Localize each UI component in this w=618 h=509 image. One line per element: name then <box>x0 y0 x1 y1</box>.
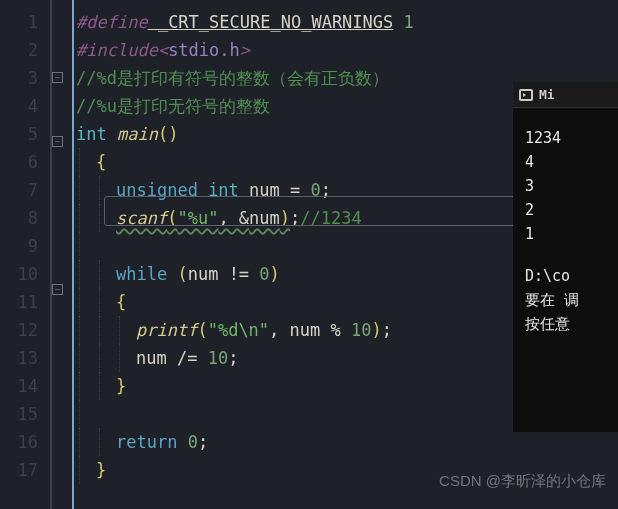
comment: //1234 <box>300 208 361 228</box>
punct: > <box>240 40 250 60</box>
console-line: 2 <box>525 198 606 222</box>
punct: ; <box>382 320 392 340</box>
line-number: 1 <box>0 8 50 36</box>
number-literal: 1 <box>393 12 413 32</box>
identifier: num <box>188 264 219 284</box>
console-output[interactable]: 1234 4 3 2 1 D:\co 要在 调 按任意 <box>513 108 618 432</box>
console-line: 要在 调 <box>525 288 606 312</box>
console-icon <box>519 89 533 101</box>
line-number: 16 <box>0 428 50 456</box>
line-number: 10 <box>0 260 50 288</box>
comment: //%d是打印有符号的整数（会有正负数） <box>76 68 389 88</box>
operator: /= <box>167 348 208 368</box>
punct: ( <box>197 320 207 340</box>
console-line: 4 <box>525 150 606 174</box>
macro-keyword: #include< <box>76 40 168 60</box>
line-number: 17 <box>0 456 50 484</box>
line-number: 5 <box>0 120 50 148</box>
line-number: 7 <box>0 176 50 204</box>
number-literal: 10 <box>208 348 228 368</box>
punct: ) <box>372 320 382 340</box>
line-number: 8 <box>0 204 50 232</box>
line-number: 9 <box>0 232 50 260</box>
fold-toggle-icon[interactable]: − <box>52 136 63 147</box>
header-name: stdio.h <box>168 40 240 60</box>
line-number: 4 <box>0 92 50 120</box>
identifier: num <box>249 180 280 200</box>
keyword: return <box>116 432 188 452</box>
punct: () <box>158 124 178 144</box>
code-line[interactable]: #define _CRT_SECURE_NO_WARNINGS 1 <box>76 8 618 36</box>
punct: ( <box>167 208 177 228</box>
macro-keyword: #define <box>76 12 148 32</box>
fold-toggle-icon[interactable]: − <box>52 72 63 83</box>
number-literal: 10 <box>351 320 371 340</box>
line-number: 6 <box>0 148 50 176</box>
function-call: scanf <box>116 208 167 228</box>
define-name: _CRT_SECURE_NO_WARNINGS <box>148 12 394 32</box>
line-number: 2 <box>0 36 50 64</box>
console-line: 1 <box>525 222 606 246</box>
fold-gutter: − − − <box>52 0 72 509</box>
operator: != <box>218 264 259 284</box>
operator: % <box>320 320 351 340</box>
function-name: main <box>117 124 158 144</box>
string-literal: "%d\n" <box>208 320 269 340</box>
type-keyword: int <box>76 124 117 144</box>
line-number: 3 <box>0 64 50 92</box>
line-number: 14 <box>0 372 50 400</box>
punct: ; <box>321 180 331 200</box>
watermark: CSDN @李昕泽的小仓库 <box>439 472 606 491</box>
punct: ; <box>228 348 238 368</box>
comment: //%u是打印无符号的整数 <box>76 96 270 116</box>
punct: ; <box>198 432 208 452</box>
line-number: 15 <box>0 400 50 428</box>
keyword: unsigned <box>116 180 208 200</box>
line-number: 13 <box>0 344 50 372</box>
brace: { <box>116 292 126 312</box>
code-line[interactable]: #include<stdio.h> <box>76 36 618 64</box>
identifier: num <box>290 320 321 340</box>
fold-toggle-icon[interactable]: − <box>52 284 63 295</box>
punct: ) <box>270 264 280 284</box>
console-line: 按任意 <box>525 312 606 336</box>
console-line: 1234 <box>525 126 606 150</box>
punct: , <box>269 320 289 340</box>
brace: } <box>96 460 106 480</box>
keyword: while <box>116 264 177 284</box>
brace: { <box>96 152 106 172</box>
number-literal: 0 <box>311 180 321 200</box>
identifier: num <box>136 348 167 368</box>
console-line: D:\co <box>525 264 606 288</box>
code-line[interactable]: return 0; <box>76 428 618 456</box>
identifier: num <box>249 208 280 228</box>
number-literal: 0 <box>188 432 198 452</box>
punct: ) <box>280 208 290 228</box>
console-line: 3 <box>525 174 606 198</box>
string-literal: "%u" <box>177 208 218 228</box>
console-title-bar[interactable]: Mi <box>513 82 618 108</box>
punct: ( <box>177 264 187 284</box>
type-keyword: int <box>208 180 249 200</box>
line-number-gutter: 1 2 3 4 5 6 7 8 9 10 11 12 13 14 15 16 1… <box>0 0 52 509</box>
operator: = <box>280 180 311 200</box>
number-literal: 0 <box>259 264 269 284</box>
function-call: printf <box>136 320 197 340</box>
line-number: 11 <box>0 288 50 316</box>
brace: } <box>116 376 126 396</box>
operator: , & <box>218 208 249 228</box>
punct: ; <box>290 208 300 228</box>
line-number: 12 <box>0 316 50 344</box>
console-title: Mi <box>539 87 555 102</box>
